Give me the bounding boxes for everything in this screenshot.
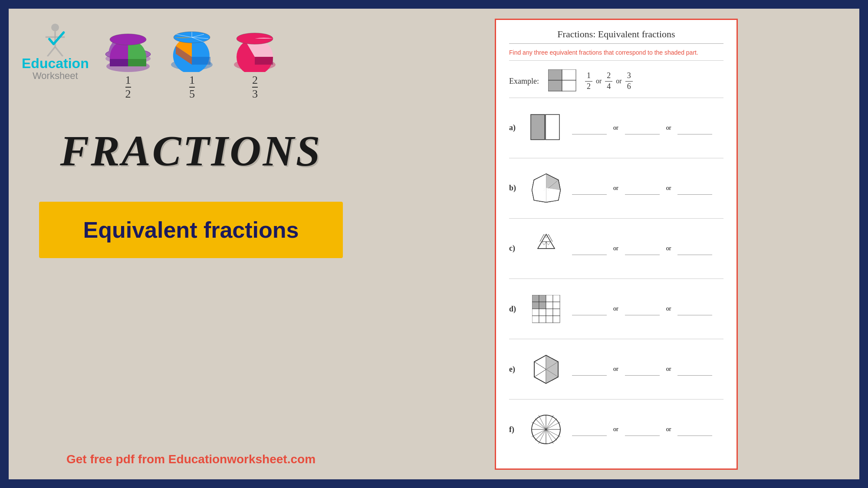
problem-row-e: e)	[509, 339, 723, 400]
svg-rect-65	[553, 302, 560, 309]
answer-line-a2[interactable]	[625, 121, 660, 134]
answer-line-c1[interactable]	[572, 242, 607, 255]
shape-d	[529, 295, 563, 323]
shape-b-svg	[530, 172, 562, 204]
subtitle-box: Equivalent fractions	[39, 202, 343, 258]
svg-rect-72	[546, 316, 553, 323]
problem-label-e: e)	[509, 365, 524, 374]
or-d2: or	[666, 305, 671, 312]
svg-line-51	[550, 242, 555, 249]
or-1: or	[596, 77, 602, 85]
example-frac-2: 24	[605, 71, 612, 91]
pie-item-2: 1 5	[167, 31, 217, 100]
svg-rect-26	[548, 80, 562, 91]
answer-line-b3[interactable]	[677, 182, 712, 195]
svg-line-57	[546, 242, 548, 245]
answer-line-d3[interactable]	[677, 302, 712, 315]
shape-d-svg	[532, 295, 560, 323]
logo-icon	[38, 22, 72, 56]
answer-area-d: or or	[568, 302, 723, 315]
logo-worksheet-text: Worksheet	[33, 70, 78, 82]
shape-f-svg	[530, 413, 562, 446]
svg-line-49	[538, 242, 542, 249]
example-grid	[548, 69, 576, 93]
svg-point-0	[51, 23, 59, 31]
problem-label-d: d)	[509, 305, 524, 314]
answer-line-b1[interactable]	[572, 182, 607, 195]
svg-rect-63	[539, 302, 546, 309]
svg-line-3	[48, 47, 56, 56]
logo-education-text: Education	[22, 56, 89, 70]
answer-area-b: or or	[568, 182, 723, 195]
answer-line-e2[interactable]	[625, 363, 660, 376]
problem-label-a: a)	[509, 123, 524, 132]
shape-e-svg	[530, 353, 562, 386]
svg-rect-64	[546, 302, 553, 309]
shape-f	[529, 413, 563, 446]
example-row: Example: 12 or 24 or	[509, 65, 723, 98]
answer-line-e3[interactable]	[677, 363, 712, 376]
example-frac-3: 36	[625, 71, 633, 91]
svg-rect-24	[548, 69, 562, 80]
answer-line-c3[interactable]	[677, 242, 712, 255]
pie-1-fraction: 1 2	[125, 75, 131, 100]
problem-label-f: f)	[509, 425, 524, 434]
svg-rect-62	[532, 302, 539, 309]
problem-row-f: f)	[509, 400, 723, 459]
problem-row-a: a) or or	[509, 98, 723, 158]
bottom-text: Get free pdf from Educationworksheet.com	[66, 452, 316, 466]
or-f1: or	[613, 426, 618, 433]
problem-label-b: b)	[509, 183, 524, 193]
answer-line-a1[interactable]	[572, 121, 607, 134]
shape-c	[529, 232, 563, 265]
svg-rect-68	[546, 309, 553, 316]
problem-label-c: c)	[509, 244, 524, 253]
answer-line-f2[interactable]	[625, 423, 660, 436]
problem-row-d: d)	[509, 279, 723, 339]
answer-line-f1[interactable]	[572, 423, 607, 436]
svg-rect-60	[546, 295, 553, 302]
or-b1: or	[613, 185, 618, 192]
answer-area-c: or or	[568, 242, 723, 255]
shape-c-svg	[530, 232, 562, 265]
or-c1: or	[613, 245, 618, 252]
or-b2: or	[666, 185, 671, 192]
main-container: Education Worksheet	[9, 9, 859, 479]
answer-line-a3[interactable]	[677, 121, 712, 134]
left-panel: Education Worksheet	[9, 9, 373, 479]
answer-line-e1[interactable]	[572, 363, 607, 376]
svg-rect-61	[553, 295, 560, 302]
answer-line-d1[interactable]	[572, 302, 607, 315]
or-e1: or	[613, 366, 618, 373]
svg-rect-58	[532, 295, 539, 302]
svg-line-54	[542, 242, 544, 245]
or-a2: or	[666, 124, 671, 131]
answer-line-c2[interactable]	[625, 242, 660, 255]
answer-area-f: or or	[568, 423, 723, 436]
shape-e	[529, 353, 563, 386]
answer-area-e: or or	[568, 363, 723, 376]
or-2: or	[616, 77, 621, 85]
problem-row-c: c)	[509, 219, 723, 279]
svg-rect-59	[539, 295, 546, 302]
pie-3-svg	[230, 31, 280, 72]
or-f2: or	[666, 426, 671, 433]
example-label: Example:	[509, 77, 544, 86]
svg-rect-67	[539, 309, 546, 316]
example-frac-1: 12	[585, 71, 592, 91]
pie-1-svg	[103, 33, 153, 72]
svg-line-56	[544, 242, 546, 245]
pie-2-svg	[167, 31, 217, 72]
svg-rect-69	[553, 309, 560, 316]
or-c2: or	[666, 245, 671, 252]
worksheet-instruction: Find any three equivalent fractions that…	[509, 49, 723, 61]
answer-line-d2[interactable]	[625, 302, 660, 315]
svg-line-55	[548, 242, 550, 245]
svg-line-47	[540, 234, 544, 242]
pie-2-fraction: 1 5	[189, 75, 195, 100]
answer-line-b2[interactable]	[625, 182, 660, 195]
fractions-title: FRACTIONS	[60, 127, 322, 175]
answer-line-f3[interactable]	[677, 423, 712, 436]
worksheet-title: Fractions: Equivalent fractions	[509, 29, 723, 44]
shape-b	[529, 172, 563, 204]
